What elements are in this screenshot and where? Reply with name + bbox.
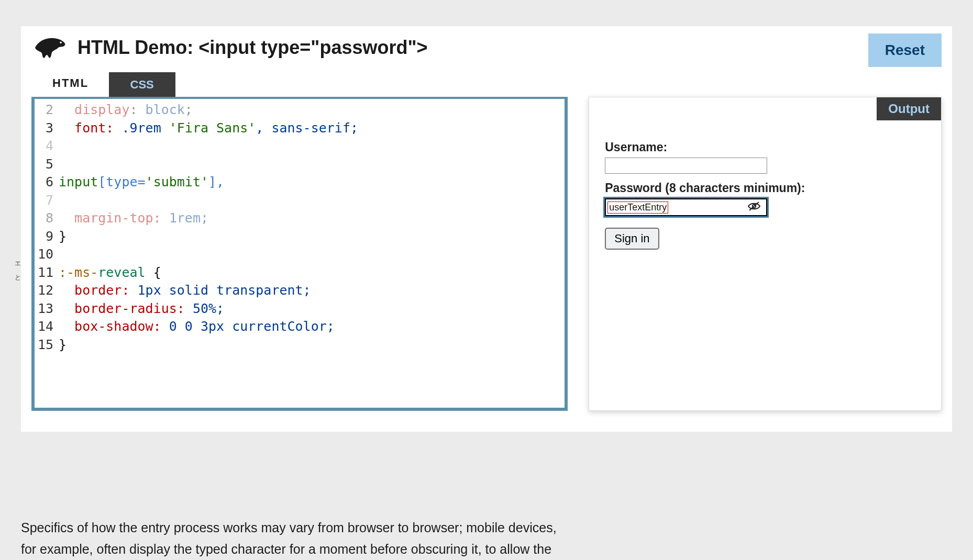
- para-line2: for example, often display the typed cha…: [21, 542, 551, 556]
- code-token: :-ms-: [59, 265, 98, 280]
- username-label: Username:: [605, 140, 925, 154]
- reset-button[interactable]: Reset: [868, 33, 942, 67]
- tab-css[interactable]: CSS: [109, 72, 175, 97]
- code-token: .9rem: [121, 120, 169, 136]
- code-token: , sans-serif;: [256, 120, 358, 136]
- code-token: font:: [74, 120, 121, 136]
- dino-icon: [31, 33, 68, 62]
- code-token: }: [59, 229, 67, 244]
- code-token: reveal: [98, 265, 145, 280]
- password-input[interactable]: userTextEntry: [605, 198, 767, 216]
- username-input[interactable]: [605, 158, 767, 174]
- reveal-eye-icon[interactable]: [745, 199, 766, 215]
- code-token: 'submit': [146, 174, 208, 189]
- code-token: }: [59, 337, 67, 352]
- code-token: border-radius:: [74, 301, 193, 316]
- code-token: solid transparent;: [169, 283, 311, 298]
- output-pane: Output Username: Password (8 characters …: [589, 97, 942, 411]
- code-token: ],: [208, 174, 224, 189]
- code-token: currentColor;: [232, 319, 335, 334]
- svg-point-0: [60, 41, 62, 43]
- code-token: border:: [74, 283, 137, 298]
- code-editor[interactable]: 2 display: block; 3 font: .9rem 'Fira Sa…: [31, 97, 568, 411]
- code-token: 1px: [138, 283, 169, 298]
- code-token: 'Fira Sans': [169, 120, 256, 136]
- password-label: Password (8 characters minimum):: [605, 181, 925, 195]
- code-token: 50%;: [193, 301, 224, 316]
- code-token: [type=: [98, 174, 145, 189]
- signin-button[interactable]: Sign in: [605, 228, 659, 250]
- code-token: 1rem;: [169, 210, 208, 226]
- password-value: userTextEntry: [607, 201, 668, 214]
- article-paragraph: Specifics of how the entry process works…: [21, 517, 557, 560]
- output-label: Output: [877, 97, 941, 120]
- code-token: margin-top:: [74, 210, 169, 226]
- demo-box: HTML Demo: <input type="password"> Reset…: [21, 26, 952, 432]
- code-token: 0 0 3px: [169, 319, 232, 334]
- code-token: box-shadow:: [74, 319, 169, 334]
- tab-html-ghost: HTML: [52, 76, 89, 90]
- code-token: {: [146, 265, 161, 280]
- code-token: input: [59, 174, 98, 189]
- para-line1: Specifics of how the entry process works…: [21, 520, 557, 535]
- demo-title: HTML Demo: <input type="password">: [78, 37, 428, 59]
